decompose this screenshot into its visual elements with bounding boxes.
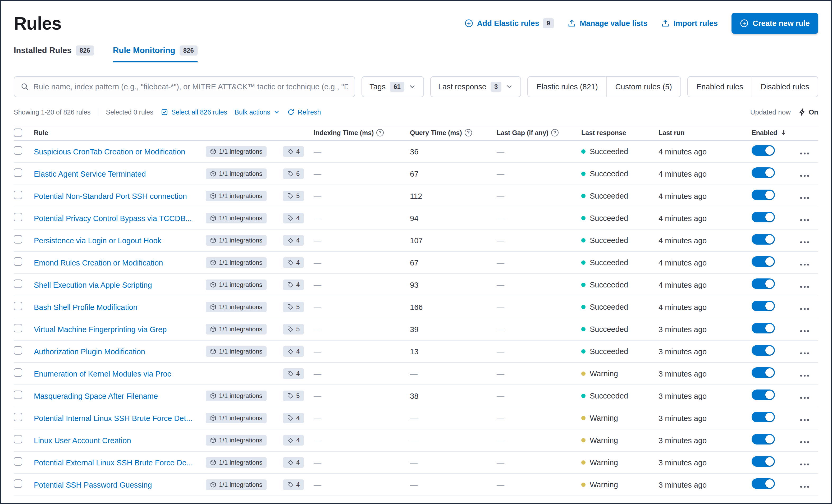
integrations-badge[interactable]: 1/1 integrations [206,413,266,423]
import-rules-button[interactable]: Import rules [661,19,718,28]
column-header-enabled[interactable]: Enabled [752,129,799,137]
rule-name-link[interactable]: Authorization Plugin Modification [34,347,145,356]
tags-badge[interactable]: 4 [283,368,304,379]
refresh-button[interactable]: Refresh [287,108,321,116]
enabled-toggle[interactable] [752,301,775,311]
rule-name-link[interactable]: Virtual Machine Fingerprinting via Grep [34,325,166,334]
row-actions-button[interactable] [799,417,810,423]
tab-rule-monitoring[interactable]: Rule Monitoring 826 [113,46,198,62]
integrations-badge[interactable]: 1/1 integrations [206,457,266,468]
add-elastic-rules-button[interactable]: Add Elastic rules 9 [465,18,554,28]
row-actions-button[interactable] [799,262,810,268]
column-header-last-response[interactable]: Last response [581,129,658,137]
auto-refresh-button[interactable]: On [798,108,818,116]
integrations-badge[interactable]: 1/1 integrations [206,391,266,401]
row-checkbox[interactable] [14,191,22,199]
tab-installed-rules[interactable]: Installed Rules 826 [14,46,94,62]
row-checkbox[interactable] [14,146,22,155]
integrations-badge[interactable]: 1/1 integrations [206,146,266,157]
manage-value-lists-button[interactable]: Manage value lists [568,19,647,28]
enabled-toggle[interactable] [752,256,775,267]
tags-badge[interactable]: 5 [283,191,304,201]
integrations-badge[interactable]: 1/1 integrations [206,346,266,357]
tags-badge[interactable]: 4 [283,479,304,490]
enabled-toggle[interactable] [752,390,775,400]
row-actions-button[interactable] [799,439,810,445]
question-in-circle-icon[interactable] [465,129,472,136]
row-actions-button[interactable] [799,284,810,290]
enabled-toggle[interactable] [752,367,775,378]
row-actions-button[interactable] [799,484,810,490]
tags-badge[interactable]: 4 [283,413,304,423]
row-checkbox[interactable] [14,302,22,310]
row-actions-button[interactable] [799,239,810,245]
row-checkbox[interactable] [14,413,22,421]
column-header-last-run[interactable]: Last run [658,129,752,137]
row-actions-button[interactable] [799,151,810,157]
rule-name-link[interactable]: Bash Shell Profile Modification [34,303,137,312]
rule-name-link[interactable]: Masquerading Space After Filename [34,392,158,400]
tags-filter-button[interactable]: Tags 61 [362,76,424,97]
rule-name-link[interactable]: Potential Privacy Control Bypass via TCC… [34,214,192,223]
row-actions-button[interactable] [799,173,810,179]
bulk-actions-button[interactable]: Bulk actions [235,108,280,116]
tags-badge[interactable]: 6 [283,168,304,179]
integrations-badge[interactable]: 1/1 integrations [206,257,266,268]
row-actions-button[interactable] [799,306,810,312]
tags-badge[interactable]: 4 [283,435,304,446]
tags-badge[interactable]: 4 [283,457,304,468]
tags-badge[interactable]: 4 [283,346,304,357]
tags-badge[interactable]: 5 [283,324,304,335]
integrations-badge[interactable]: 1/1 integrations [206,191,266,201]
create-new-rule-button[interactable]: Create new rule [731,13,818,34]
row-checkbox[interactable] [14,435,22,444]
elastic-rules-filter-button[interactable]: Elastic rules (821) [528,77,606,97]
enabled-toggle[interactable] [752,234,775,245]
rule-name-link[interactable]: Potential Non-Standard Port SSH connecti… [34,192,187,201]
enabled-toggle[interactable] [752,345,775,356]
row-actions-button[interactable] [799,217,810,223]
select-all-checkbox[interactable] [14,129,22,137]
rule-name-link[interactable]: Potential Internal Linux SSH Brute Force… [34,414,192,423]
row-actions-button[interactable] [799,350,810,356]
question-in-circle-icon[interactable] [551,129,558,136]
enabled-toggle[interactable] [752,456,775,467]
enabled-toggle[interactable] [752,167,775,178]
question-in-circle-icon[interactable] [376,129,384,136]
rule-name-link[interactable]: Linux User Account Creation [34,436,131,445]
row-checkbox[interactable] [14,257,22,266]
row-checkbox[interactable] [14,391,22,399]
enabled-toggle[interactable] [752,190,775,200]
row-actions-button[interactable] [799,461,810,468]
integrations-badge[interactable]: 1/1 integrations [206,324,266,335]
rule-name-link[interactable]: Persistence via Login or Logout Hook [34,236,161,245]
integrations-badge[interactable]: 1/1 integrations [206,302,266,312]
tags-badge[interactable]: 4 [283,257,304,268]
row-actions-button[interactable] [799,195,810,201]
rule-name-link[interactable]: Suspicious CronTab Creation or Modificat… [34,148,185,156]
integrations-badge[interactable]: 1/1 integrations [206,213,266,223]
row-checkbox[interactable] [14,213,22,221]
enabled-toggle[interactable] [752,145,775,156]
custom-rules-filter-button[interactable]: Custom rules (5) [606,77,680,97]
rule-name-link[interactable]: Potential External Linux SSH Brute Force… [34,458,193,467]
enabled-toggle[interactable] [752,478,775,489]
row-checkbox[interactable] [14,368,22,377]
enabled-rules-filter-button[interactable]: Enabled rules [688,77,752,97]
row-checkbox[interactable] [14,457,22,466]
rule-name-link[interactable]: Enumeration of Kernel Modules via Proc [34,370,171,378]
enabled-toggle[interactable] [752,434,775,445]
row-checkbox[interactable] [14,168,22,177]
row-checkbox[interactable] [14,280,22,288]
rule-name-link[interactable]: Potential SSH Password Guessing [34,481,152,489]
rule-name-link[interactable]: Emond Rules Creation or Modification [34,259,163,267]
row-checkbox[interactable] [14,235,22,243]
tags-badge[interactable]: 4 [283,235,304,246]
integrations-badge[interactable]: 1/1 integrations [206,235,266,246]
rule-name-link[interactable]: Shell Execution via Apple Scripting [34,281,152,289]
column-header-query-time[interactable]: Query Time (ms) [410,129,497,137]
column-header-indexing-time[interactable]: Indexing Time (ms) [314,129,410,137]
integrations-badge[interactable]: 1/1 integrations [206,280,266,290]
row-checkbox[interactable] [14,479,22,488]
row-actions-button[interactable] [799,373,810,379]
